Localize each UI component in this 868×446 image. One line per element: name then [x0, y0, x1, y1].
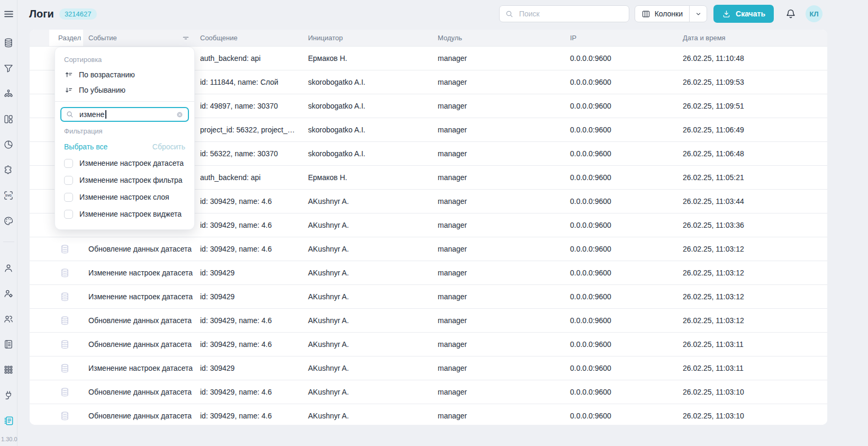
clear-search-button[interactable]	[176, 111, 184, 119]
datetime-cell: 26.02.25, 11:10:48	[677, 54, 827, 63]
datetime-cell: 26.02.25, 11:03:10	[677, 388, 827, 396]
ip-cell: 0.0.0.0:9600	[565, 412, 677, 420]
filter-options: Изменение настроек датасета Изменение на…	[55, 155, 194, 222]
ip-cell: 0.0.0.0:9600	[565, 316, 677, 325]
ip-cell: 0.0.0.0:9600	[565, 197, 677, 206]
sidebar-item-plugins[interactable]	[3, 164, 14, 176]
columns-icon	[641, 10, 650, 19]
filter-option[interactable]: Изменение настроек датасета	[55, 155, 194, 172]
ip-cell: 0.0.0.0:9600	[565, 269, 677, 277]
module-cell: manager	[432, 388, 565, 396]
sidebar-item-connections[interactable]	[3, 389, 14, 401]
select-all-link[interactable]: Выбрать все	[64, 142, 107, 151]
page-title: Логи	[29, 8, 54, 20]
dashboard-layout-icon	[3, 114, 14, 124]
ip-cell: 0.0.0.0:9600	[565, 245, 677, 253]
notifications-button[interactable]	[785, 8, 797, 20]
module-cell: manager	[432, 221, 565, 229]
datetime-cell: 26.02.25, 11:03:44	[677, 197, 827, 206]
plug-icon	[3, 390, 14, 400]
event-cell: Изменение настроек датасета	[83, 292, 195, 301]
table-row: Обновление данных датасета id: 309429, n…	[30, 309, 827, 333]
section-cell	[30, 363, 83, 373]
message-cell: auth_backend: api	[195, 54, 303, 63]
section-cell	[30, 387, 83, 397]
search-icon	[66, 110, 74, 119]
initiator-cell: skorobogatko A.I.	[303, 78, 432, 86]
initiator-cell: AKushnyr A.	[303, 316, 432, 325]
module-cell: manager	[432, 197, 565, 206]
event-filter-icon[interactable]	[182, 34, 190, 42]
module-cell: manager	[432, 412, 565, 420]
ip-cell: 0.0.0.0:9600	[565, 126, 677, 134]
sidebar-item-charts[interactable]	[3, 139, 14, 150]
datetime-cell: 26.02.25, 11:03:12	[677, 316, 827, 325]
initiator-cell: Ермаков Н.	[303, 173, 432, 182]
sort-ascending-option[interactable]: По возрастанию	[55, 67, 194, 82]
message-cell: id: 309429, name: 4.6	[195, 316, 303, 325]
sidebar-item-datasets[interactable]	[3, 37, 14, 49]
checkbox[interactable]	[64, 210, 73, 219]
text-cursor	[105, 110, 106, 119]
module-cell: manager	[432, 173, 565, 182]
columns-button-label: Колонки	[655, 10, 683, 18]
logs-journal-icon	[3, 415, 14, 426]
module-cell: manager	[432, 78, 565, 86]
column-header-datetime: Дата и время	[677, 34, 827, 42]
message-cell: auth_backend: api	[195, 173, 303, 182]
sidebar-item-filters[interactable]	[3, 63, 14, 74]
sidebar-item-directory[interactable]	[3, 338, 14, 350]
initiator-cell: AKushnyr A.	[303, 245, 432, 253]
sidebar-item-apps[interactable]	[3, 364, 14, 376]
event-cell: Обновление данных датасета	[83, 245, 195, 253]
user-avatar[interactable]: КЛ	[806, 5, 822, 22]
filter-option-label: Изменение настроек фильтра	[79, 176, 183, 184]
download-button-label: Скачать	[736, 10, 765, 18]
sidebar-item-dashboards[interactable]	[3, 113, 14, 125]
reset-link[interactable]: Сбросить	[152, 142, 185, 151]
initiator-cell: skorobogatko A.I.	[303, 102, 432, 110]
event-search-input[interactable]	[78, 110, 176, 119]
initiator-cell: AKushnyr A.	[303, 292, 432, 301]
table-row: Изменение настроек датасета id: 309429 A…	[30, 285, 827, 309]
sidebar-item-svg-export[interactable]: SVG	[3, 190, 14, 201]
columns-button[interactable]: Колонки	[635, 6, 689, 22]
search-input[interactable]	[518, 9, 623, 19]
hamburger-icon	[3, 8, 14, 20]
logs-page: Логи 3214627 Колонки Скачать	[17, 0, 868, 446]
module-cell: manager	[432, 269, 565, 277]
checkbox[interactable]	[64, 159, 73, 168]
sort-descending-option[interactable]: По убыванию	[55, 82, 194, 97]
sidebar-item-user-settings[interactable]	[3, 288, 14, 299]
module-cell: manager	[432, 126, 565, 134]
filter-option[interactable]: Изменение настроек виджета	[55, 206, 194, 222]
dataset-section-icon	[60, 363, 70, 373]
table-row: Обновление данных датасета id: 309429, n…	[30, 404, 827, 425]
popover-divider	[55, 101, 194, 102]
datetime-cell: 26.02.25, 11:05:21	[677, 173, 827, 182]
checkbox[interactable]	[64, 193, 73, 202]
sidebar-item-logs[interactable]	[3, 415, 14, 426]
search-icon	[505, 10, 514, 19]
initiator-cell: AKushnyr A.	[303, 340, 432, 349]
dataset-section-icon	[60, 268, 70, 278]
initiator-cell: skorobogatko A.I.	[303, 149, 432, 158]
sort-ascending-label: По возрастанию	[79, 70, 135, 79]
filter-option[interactable]: Изменение настроек фильтра	[55, 172, 194, 189]
sidebar-item-hierarchy[interactable]	[3, 88, 14, 100]
checkbox[interactable]	[64, 176, 73, 185]
sidebar-item-palette[interactable]	[3, 215, 14, 227]
menu-toggle-button[interactable]	[3, 8, 14, 20]
initiator-cell: AKushnyr A.	[303, 412, 432, 420]
sidebar-item-profile[interactable]	[3, 262, 14, 274]
pie-chart-icon	[3, 139, 14, 150]
column-header-section-label: Раздел	[49, 30, 83, 46]
clear-circle-icon	[176, 111, 184, 119]
columns-dropdown-button[interactable]	[689, 6, 707, 22]
sidebar-item-users[interactable]	[3, 313, 14, 325]
filter-funnel-icon	[3, 63, 14, 74]
filter-option[interactable]: Изменение настроек слоя	[55, 189, 194, 206]
module-cell: manager	[432, 54, 565, 63]
download-button[interactable]: Скачать	[713, 5, 774, 23]
filter-option-label: Изменение настроек датасета	[79, 159, 184, 167]
